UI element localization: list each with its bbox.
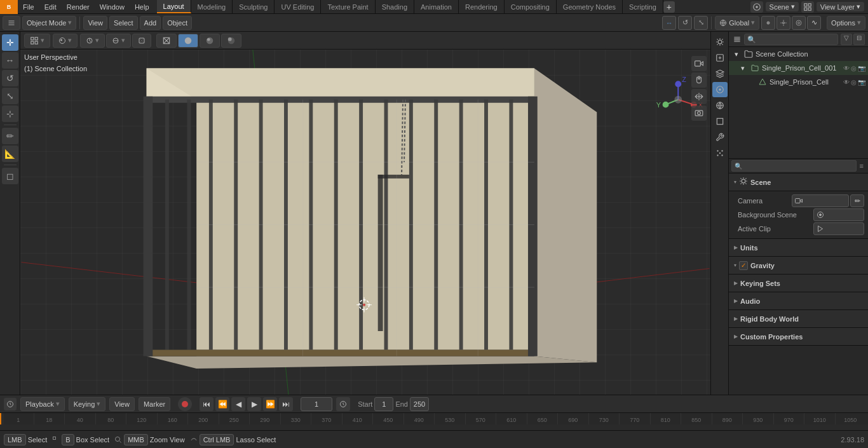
camera-view-icon-btn[interactable] (691, 105, 707, 121)
tab-uv-editing[interactable]: UV Editing (275, 0, 321, 13)
header-left-icon[interactable] (3, 16, 20, 30)
jump-end-btn[interactable]: ⏭ (279, 397, 293, 411)
outliner-search-input[interactable] (744, 34, 838, 45)
move-transform-btn[interactable]: ↔ (662, 16, 676, 30)
pivot-btn[interactable] (761, 16, 775, 30)
render-properties-btn[interactable] (712, 34, 728, 50)
modifier-properties-btn[interactable] (712, 130, 728, 145)
help-menu[interactable]: Help (130, 0, 154, 13)
move-icon-btn[interactable] (691, 89, 707, 104)
rotate-transform-btn[interactable]: ↺ (678, 16, 692, 30)
hand-icon-btn[interactable] (691, 72, 707, 88)
timeline-ruler[interactable]: 1 18 40 80 120 160 200 250 290 330 370 4… (0, 413, 868, 424)
mesh-render-icon[interactable]: 📷 (858, 79, 865, 86)
scale-tool[interactable]: ⤡ (2, 88, 18, 104)
show-gizmo-btn[interactable]: ▾ (80, 34, 105, 48)
properties-expand-icon[interactable]: ≡ (858, 162, 865, 170)
play-reverse-btn[interactable]: ◀ (231, 397, 245, 411)
view-menu-btn[interactable]: View (83, 16, 107, 30)
tab-scripting[interactable]: Scripting (623, 0, 663, 13)
grease-pencil-btn[interactable]: ∿ (807, 16, 821, 30)
viewport[interactable]: ▾ ▾ ▾ ▾ (20, 32, 710, 395)
active-clip-field[interactable] (813, 222, 864, 235)
keying-dropdown[interactable]: Keying ▾ (69, 397, 106, 411)
xray-toggle-btn[interactable] (132, 34, 151, 48)
tab-layout[interactable]: Layout (157, 0, 191, 13)
timeline-view-btn[interactable]: View (109, 397, 135, 411)
object-properties-btn[interactable] (712, 114, 728, 129)
render-menu[interactable]: Render (62, 0, 95, 13)
outliner-render-icon[interactable]: 📷 (858, 65, 865, 72)
file-menu-item[interactable]: File Edit Render Window Help (18, 0, 154, 13)
rotate-tool[interactable]: ↺ (2, 70, 18, 86)
filter-btn-2[interactable]: ⊟ (853, 34, 865, 45)
playback-dropdown[interactable]: Playback ▾ (20, 397, 65, 411)
transform-tool[interactable]: ⊹ (2, 105, 18, 122)
particles-properties-btn[interactable] (712, 146, 728, 161)
add-workspace-button[interactable]: + (663, 1, 675, 13)
start-frame-input[interactable] (374, 397, 393, 411)
end-frame-input[interactable] (410, 397, 429, 411)
viewport-shading-dropdown[interactable]: ▾ (53, 34, 78, 48)
prev-frame-btn[interactable]: ⏪ (215, 397, 229, 411)
tab-shading[interactable]: Shading (376, 0, 414, 13)
audio-section-header[interactable]: ▶ Audio (729, 292, 868, 310)
view-layer-selector[interactable]: View Layer ▾ (817, 2, 864, 11)
view-layer-icon-btn[interactable] (801, 1, 814, 13)
properties-search[interactable]: 🔍 (731, 160, 857, 172)
measure-tool[interactable]: 📐 (2, 146, 18, 162)
camera-field[interactable] (792, 194, 849, 207)
transform-global-dropdown[interactable]: Global ▾ (715, 16, 759, 30)
view-layer-properties-btn[interactable] (712, 66, 728, 81)
scene-properties-btn[interactable] (712, 82, 728, 97)
editor-type-btn[interactable]: ▾ (24, 34, 50, 48)
viewport-canvas[interactable]: X Y Z (20, 50, 710, 395)
rigid-body-section-header[interactable]: ▶ Rigid Body World (729, 310, 868, 328)
custom-props-section-header[interactable]: ▶ Custom Properties (729, 328, 868, 346)
next-frame-btn[interactable]: ⏩ (263, 397, 277, 411)
prison-cell-collection-item[interactable]: ▾ Single_Prison_Cell_001 👁 ◎ 📷 (729, 61, 868, 75)
tab-sculpting[interactable]: Sculpting (233, 0, 275, 13)
record-button[interactable] (178, 397, 192, 411)
scene-collection-item[interactable]: ▾ Scene Collection (729, 47, 868, 61)
units-section-header[interactable]: ▶ Units (729, 239, 868, 257)
tab-geometry-nodes[interactable]: Geometry Nodes (557, 0, 623, 13)
world-properties-btn[interactable] (712, 98, 728, 113)
add-menu-btn[interactable]: Add (140, 16, 161, 30)
material-mode-btn[interactable] (200, 34, 220, 48)
gravity-checkbox[interactable]: ✓ (739, 261, 748, 270)
keying-sets-section-header[interactable]: ▶ Keying Sets (729, 275, 868, 292)
object-mode-dropdown[interactable]: Object Mode ▾ (22, 16, 76, 30)
play-btn[interactable]: ▶ (247, 397, 261, 411)
jump-start-btn[interactable]: ⏮ (200, 397, 214, 411)
edit-menu[interactable]: Edit (39, 0, 62, 13)
camera-icon-btn[interactable] (691, 56, 707, 71)
scale-transform-btn[interactable]: ⤡ (694, 16, 708, 30)
solid-mode-btn[interactable] (178, 34, 198, 48)
window-menu[interactable]: Window (95, 0, 130, 13)
prison-cell-mesh-item[interactable]: Single_Prison_Cell 👁 ◎ 📷 (729, 75, 868, 89)
gravity-section-header[interactable]: ▾ ✓ Gravity (729, 257, 868, 275)
add-cube-tool[interactable]: ◻ (2, 168, 18, 184)
options-dropdown[interactable]: Options ▾ (827, 16, 865, 30)
tab-modeling[interactable]: Modeling (191, 0, 233, 13)
file-menu[interactable]: File (18, 0, 39, 13)
snap-btn[interactable] (776, 16, 790, 30)
annotate-tool[interactable]: ✏ (2, 128, 18, 144)
scene-section-header[interactable]: ▾ Scene (729, 173, 868, 191)
scene-icon-btn[interactable] (750, 1, 763, 13)
filter-btn-1[interactable]: ▽ (841, 34, 852, 45)
proportional-btn[interactable] (792, 16, 806, 30)
tab-animation[interactable]: Animation (414, 0, 459, 13)
tab-rendering[interactable]: Rendering (459, 0, 505, 13)
outliner-select-icon[interactable]: ◎ (851, 65, 857, 72)
move-tool[interactable]: ↔ (2, 52, 18, 69)
scene-selector[interactable]: Scene ▾ (766, 2, 799, 11)
tab-texture-paint[interactable]: Texture Paint (321, 0, 375, 13)
background-scene-field[interactable] (813, 208, 864, 221)
rendered-mode-btn[interactable] (221, 34, 241, 48)
camera-edit-btn[interactable]: ✏ (850, 194, 864, 207)
current-frame-input[interactable] (301, 397, 332, 411)
wireframe-mode-btn[interactable] (156, 34, 177, 48)
object-menu-btn[interactable]: Object (163, 16, 192, 30)
